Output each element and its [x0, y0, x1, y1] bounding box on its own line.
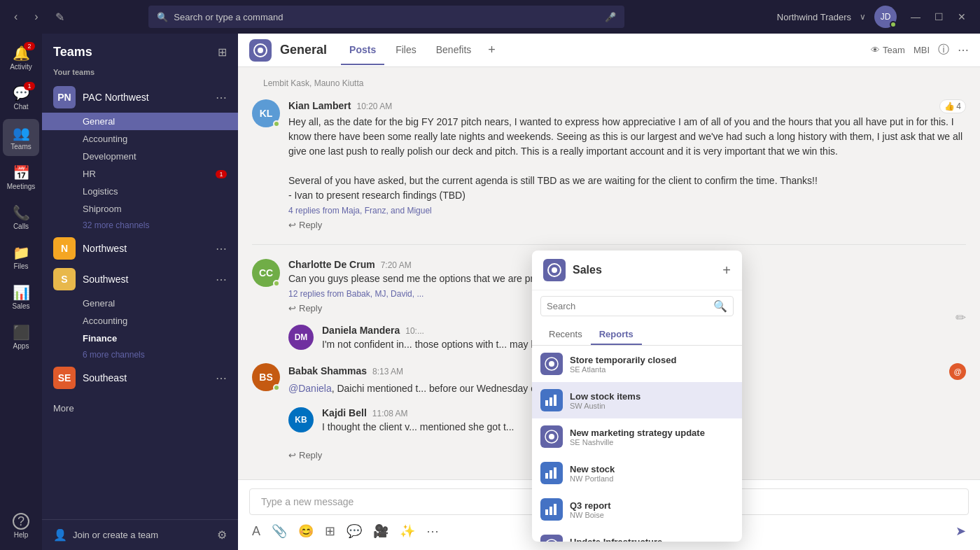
attach-button[interactable]: 📎	[269, 521, 290, 542]
like-icon: 👍	[944, 101, 955, 111]
input-placeholder: Type a new message	[261, 496, 354, 507]
channel-item-general[interactable]: General	[42, 113, 238, 130]
calls-icon: 📞	[13, 204, 30, 221]
popup-item-low-stock[interactable]: Low stock items SW Austin	[532, 382, 742, 418]
filter-button[interactable]: ⊞	[218, 45, 227, 59]
more-label[interactable]: More	[42, 393, 238, 423]
team-item-southwest[interactable]: S Southwest ⋯	[42, 264, 238, 295]
more-channels-southwest[interactable]: 6 more channels	[42, 347, 238, 362]
channel-item-logistics[interactable]: Logistics	[42, 183, 238, 200]
forward-button[interactable]: ›	[29, 8, 43, 26]
channel-item-shiproom[interactable]: Shiproom	[42, 200, 238, 218]
team-more-pac-northwest[interactable]: ⋯	[216, 91, 227, 104]
svg-rect-14	[545, 509, 548, 515]
channel-item-development[interactable]: Development	[42, 148, 238, 165]
msg-time-babak: 8:13 AM	[372, 367, 403, 376]
low-stock-sub: SW Austin	[570, 402, 734, 410]
team-item-northwest[interactable]: N Northwest ⋯	[42, 233, 238, 264]
at-mention-badge: @	[949, 363, 966, 380]
popup-item-marketing[interactable]: New marketing strategy update SE Nashvil…	[532, 418, 742, 455]
low-stock-name: Low stock items	[570, 391, 734, 402]
popup-tab-reports[interactable]: Reports	[591, 325, 642, 345]
settings-button[interactable]: ⚙	[217, 528, 227, 542]
channel-item-sw-general[interactable]: General	[42, 295, 238, 312]
popup-search[interactable]: 🔍	[540, 296, 734, 316]
back-button[interactable]: ‹	[8, 8, 23, 26]
rail-item-meetings[interactable]: 📅 Meetings	[3, 159, 39, 196]
popup-item-q3-report[interactable]: Q3 report NW Boise	[532, 491, 742, 528]
help-label: Help	[14, 531, 29, 539]
add-tab-button[interactable]: +	[482, 36, 501, 65]
replies-link-kian[interactable]: 4 replies from Maja, Franz, and Miguel	[288, 206, 966, 216]
minimize-button[interactable]: —	[905, 8, 926, 25]
message-content-kian: Kian Lambert 10:20 AM 👍 4 Hey all, as th…	[288, 99, 966, 230]
channel-item-sw-accounting[interactable]: Accounting	[42, 312, 238, 330]
user-avatar[interactable]: JD	[874, 6, 897, 28]
rail-item-activity[interactable]: 🔔 Activity 2	[3, 39, 39, 76]
view-team-button[interactable]: 👁 Team	[871, 45, 905, 55]
team-avatar-northwest: N	[53, 237, 76, 260]
join-label[interactable]: Join or create a team	[73, 530, 158, 540]
sparkle-button[interactable]: ✨	[397, 521, 418, 542]
reply-action-kian[interactable]: ↩ Reply	[288, 220, 966, 230]
popup-item-icon-new-stock	[540, 462, 563, 484]
main-content: General Posts Files Benefits + 👁 Team MB…	[238, 34, 980, 550]
maximize-button[interactable]: ☐	[929, 8, 949, 25]
info-button[interactable]: ⓘ	[938, 43, 949, 57]
mic-icon: 🎤	[605, 12, 616, 22]
team-name-southwest: Southwest	[83, 274, 209, 285]
rail-item-files[interactable]: 📁 Files	[3, 239, 39, 276]
team-more-southwest[interactable]: ⋯	[216, 273, 227, 286]
channel-item-sw-finance[interactable]: Finance	[42, 330, 238, 347]
team-item-pac-northwest[interactable]: PN PAC Northwest ⋯	[42, 82, 238, 113]
tab-files[interactable]: Files	[387, 36, 425, 65]
avatar-kajdi: KB	[288, 407, 314, 432]
mbi-button[interactable]: MBI	[913, 45, 930, 55]
team-item-southeast[interactable]: SE Southeast ⋯	[42, 362, 238, 393]
popup-list: Store temporarily closed SE Atlanta Low …	[532, 346, 742, 542]
channel-item-hr[interactable]: HR 1	[42, 165, 238, 183]
more-tools-button[interactable]: ⋯	[424, 521, 442, 542]
tab-benefits[interactable]: Benefits	[428, 36, 480, 65]
emoji-button[interactable]: 😊	[295, 521, 316, 542]
format-button[interactable]: A	[249, 521, 263, 542]
popup-item-update-infra[interactable]: Update Infrastructure SW Phoenix	[532, 528, 742, 542]
grid-button[interactable]: ⊞	[322, 521, 338, 542]
tab-posts[interactable]: Posts	[341, 36, 384, 65]
popup-search-input[interactable]	[547, 301, 709, 311]
channel-item-accounting[interactable]: Accounting	[42, 130, 238, 148]
rail-item-teams[interactable]: 👥 Teams	[3, 119, 39, 156]
edit-message-icon[interactable]: ✏	[955, 310, 966, 325]
files-label: Files	[13, 262, 28, 270]
team-more-northwest[interactable]: ⋯	[216, 242, 227, 255]
popup-item-text-store: Store temporarily closed SE Atlanta	[570, 355, 734, 374]
team-more-southeast[interactable]: ⋯	[216, 372, 227, 385]
video-button[interactable]: 🎥	[370, 521, 391, 542]
main-layout: 🔔 Activity 2 💬 Chat 1 👥 Teams 📅 Meetings…	[0, 34, 980, 550]
popup-tabs: Recents Reports	[532, 322, 742, 346]
search-icon: 🔍	[157, 12, 168, 22]
sidebar-header: Teams ⊞	[42, 34, 238, 65]
rail-item-apps[interactable]: ⬛ Apps	[3, 318, 39, 355]
rail-item-chat[interactable]: 💬 Chat 1	[3, 79, 39, 116]
more-channels-pac-northwest[interactable]: 32 more channels	[42, 218, 238, 233]
popup-search-icon: 🔍	[713, 299, 727, 313]
close-button[interactable]: ✕	[952, 8, 972, 25]
chat-button[interactable]: 💬	[344, 521, 365, 542]
popup-add-button[interactable]: +	[722, 262, 731, 278]
teams-icon: 👥	[13, 125, 30, 141]
rail-item-sales[interactable]: 📊 Sales	[3, 278, 39, 316]
popup-item-new-stock[interactable]: New stock NW Portland	[532, 455, 742, 491]
send-button[interactable]: ➤	[953, 521, 969, 542]
rail-item-calls[interactable]: 📞 Calls	[3, 199, 39, 236]
rail-item-help[interactable]: ? Help	[3, 507, 39, 544]
svg-point-3	[552, 267, 557, 273]
org-name: Northwind Traders	[777, 12, 851, 22]
more-button[interactable]: ⋯	[958, 43, 969, 57]
title-bar-right: Northwind Traders ∨ JD — ☐ ✕	[777, 6, 972, 28]
popup-tab-recents[interactable]: Recents	[540, 325, 591, 345]
search-bar[interactable]: 🔍 Search or type a command 🎤	[148, 6, 624, 28]
edit-button[interactable]: ✎	[50, 8, 70, 27]
popup-item-store-closed[interactable]: Store temporarily closed SE Atlanta	[532, 346, 742, 382]
store-closed-name: Store temporarily closed	[570, 355, 734, 365]
